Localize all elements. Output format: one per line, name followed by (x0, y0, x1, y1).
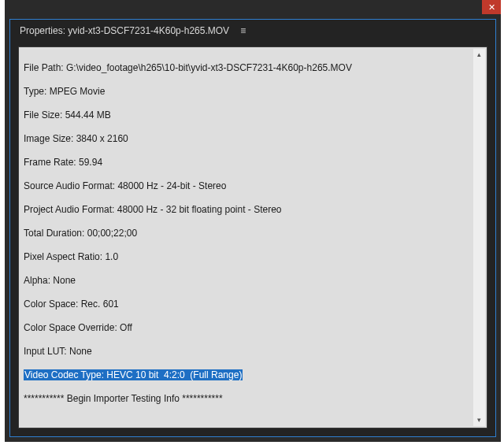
highlighted-selection: Video Codec Type: HEVC 10 bit 4:2:0 (Ful… (24, 369, 243, 380)
window-frame: ✕ Properties: yvid-xt3-DSCF7231-4K60p-h2… (5, 0, 501, 442)
panel-menu-icon[interactable]: ≡ (240, 25, 245, 36)
prop-type: Type: MPEG Movie (24, 86, 471, 98)
prop-source-audio: Source Audio Format: 48000 Hz - 24-bit -… (24, 180, 471, 192)
scroll-down-arrow-icon[interactable]: ▾ (473, 414, 485, 426)
properties-textarea[interactable]: File Path: G:\video_footage\h265\10-bit\… (18, 46, 487, 428)
titlebar: ✕ (5, 0, 501, 16)
prop-frame-rate: Frame Rate: 59.94 (24, 157, 471, 169)
importer-begin-marker: *********** Begin Importer Testing Info … (24, 393, 471, 405)
properties-text-content: File Path: G:\video_footage\h265\10-bit\… (24, 50, 471, 425)
prop-duration: Total Duration: 00;00;22;00 (24, 228, 471, 239)
prop-file-path: File Path: G:\video_footage\h265\10-bit\… (24, 62, 471, 74)
prop-input-lut: Input LUT: None (24, 346, 471, 358)
prop-image-size: Image Size: 3840 x 2160 (24, 133, 471, 145)
panel-title: Properties: yvid-xt3-DSCF7231-4K60p-h265… (20, 25, 229, 36)
prop-file-size: File Size: 544.44 MB (24, 109, 471, 121)
prop-video-codec: Video Codec Type: HEVC 10 bit 4:2:0 (Ful… (24, 369, 471, 381)
panel-header: Properties: yvid-xt3-DSCF7231-4K60p-h265… (10, 20, 495, 42)
prop-color-space: Color Space: Rec. 601 (24, 299, 471, 310)
prop-alpha: Alpha: None (24, 275, 471, 287)
properties-panel: Properties: yvid-xt3-DSCF7231-4K60p-h265… (9, 19, 496, 437)
prop-project-audio: Project Audio Format: 48000 Hz - 32 bit … (24, 204, 471, 216)
scroll-up-arrow-icon[interactable]: ▴ (473, 49, 485, 61)
prop-cs-override: Color Space Override: Off (24, 322, 471, 334)
prop-par: Pixel Aspect Ratio: 1.0 (24, 251, 471, 263)
vertical-scrollbar[interactable]: ▴ ▾ (473, 49, 485, 426)
close-button[interactable]: ✕ (482, 0, 501, 14)
